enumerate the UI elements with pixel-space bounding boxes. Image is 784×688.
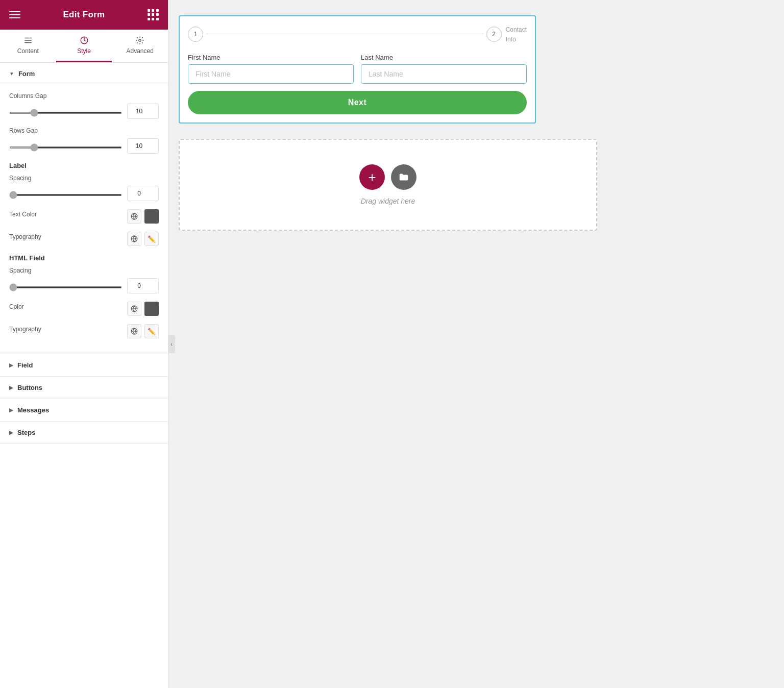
html-color-control: Color — [9, 302, 159, 316]
tab-advanced-label: Advanced — [126, 47, 153, 55]
label-typography-buttons: ✏️ — [127, 232, 159, 246]
text-color-control: Text Color — [9, 209, 159, 224]
html-color-swatch[interactable] — [144, 302, 159, 316]
columns-gap-slider-row: 10 — [9, 104, 159, 119]
first-name-input[interactable] — [188, 64, 354, 84]
html-typography-buttons: ✏️ — [127, 324, 159, 338]
last-name-field-group: Last Name — [361, 54, 527, 84]
form-section-body: Columns Gap 10 Rows Gap 10 — [0, 85, 168, 354]
folder-widget-button[interactable] — [391, 164, 416, 190]
last-name-input[interactable] — [361, 64, 527, 84]
html-spacing-label: Spacing — [9, 267, 159, 274]
tab-style-label: Style — [77, 47, 91, 55]
label-spacing-number[interactable]: 0 — [127, 186, 159, 201]
step-2-label: ContactInfo — [506, 26, 527, 43]
html-typography-edit[interactable]: ✏️ — [144, 324, 159, 338]
form-fields-row: First Name Last Name — [188, 54, 527, 84]
columns-gap-slider-wrap — [9, 107, 122, 116]
label-typography-control: Typography ✏️ — [9, 232, 159, 246]
messages-section-label: Messages — [17, 406, 49, 414]
drag-widget-buttons: + — [359, 164, 416, 190]
field-section-label: Field — [17, 361, 33, 369]
html-color-label: Color — [9, 303, 24, 310]
add-widget-button[interactable]: + — [359, 164, 385, 190]
html-spacing-slider-wrap — [9, 281, 122, 290]
first-name-label: First Name — [188, 54, 354, 61]
html-spacing-slider[interactable] — [9, 286, 122, 288]
html-color-pickers — [127, 302, 159, 316]
form-section-label: Form — [18, 70, 35, 78]
label-spacing-control: Spacing 0 — [9, 175, 159, 201]
main-canvas: 1 2 ContactInfo First Name Last Name Nex… — [168, 0, 784, 688]
html-typography-label: Typography — [9, 326, 41, 333]
step-line — [206, 34, 483, 34]
steps-section-label: Steps — [17, 429, 35, 436]
step-2-circle: 2 — [486, 27, 502, 42]
label-typography-globe[interactable] — [127, 232, 141, 246]
field-section-arrow: ▶ — [9, 362, 13, 368]
columns-gap-number[interactable]: 10 — [127, 104, 159, 119]
drag-widget-area: + Drag widget here — [179, 139, 597, 231]
sidebar-title: Edit Form — [63, 10, 105, 20]
buttons-section[interactable]: ▶ Buttons — [0, 377, 168, 399]
label-spacing-slider-row: 0 — [9, 186, 159, 201]
html-spacing-slider-row: 0 — [9, 278, 159, 293]
field-section[interactable]: ▶ Field — [0, 354, 168, 377]
columns-gap-slider[interactable] — [9, 112, 122, 114]
messages-section[interactable]: ▶ Messages — [0, 399, 168, 422]
first-name-field-group: First Name — [188, 54, 354, 84]
text-color-swatch[interactable] — [144, 209, 159, 224]
label-spacing-slider-wrap — [9, 189, 122, 198]
svg-point-1 — [139, 39, 141, 42]
rows-gap-control: Rows Gap 10 — [9, 127, 159, 154]
step-1-circle: 1 — [188, 27, 203, 42]
html-spacing-number[interactable]: 0 — [127, 278, 159, 293]
columns-gap-control: Columns Gap 10 — [9, 92, 159, 119]
html-field-subsection-title: HTML Field — [9, 254, 159, 262]
label-spacing-slider[interactable] — [9, 194, 122, 196]
buttons-section-arrow: ▶ — [9, 385, 13, 390]
steps-bar: 1 2 ContactInfo — [188, 24, 527, 43]
tab-style[interactable]: Style — [56, 30, 112, 62]
steps-section[interactable]: ▶ Steps — [0, 422, 168, 444]
label-typography-edit[interactable]: ✏️ — [144, 232, 159, 246]
form-section-header[interactable]: ▼ Form — [0, 63, 168, 85]
tab-content[interactable]: Content — [0, 30, 56, 62]
form-widget: 1 2 ContactInfo First Name Last Name Nex… — [179, 15, 536, 124]
next-button[interactable]: Next — [188, 91, 527, 114]
drag-widget-text: Drag widget here — [361, 197, 415, 205]
hamburger-menu-icon[interactable] — [9, 9, 20, 20]
messages-section-arrow: ▶ — [9, 407, 13, 413]
html-spacing-control: Spacing 0 — [9, 267, 159, 293]
label-spacing-label: Spacing — [9, 175, 159, 182]
rows-gap-label: Rows Gap — [9, 127, 159, 134]
label-subsection-title: Label — [9, 162, 159, 169]
text-color-pickers — [127, 209, 159, 224]
form-section-arrow: ▼ — [9, 71, 14, 77]
sidebar: Edit Form Content Style Advanced ▼ Form — [0, 0, 168, 688]
text-color-label: Text Color — [9, 211, 37, 218]
text-color-globe[interactable] — [127, 209, 141, 224]
sidebar-collapse-toggle[interactable]: ‹ — [168, 335, 175, 353]
tabs-bar: Content Style Advanced — [0, 30, 168, 63]
label-typography-label: Typography — [9, 233, 41, 240]
buttons-section-label: Buttons — [17, 384, 42, 391]
rows-gap-slider-row: 10 — [9, 138, 159, 154]
columns-gap-label: Columns Gap — [9, 92, 159, 100]
rows-gap-slider-wrap — [9, 141, 122, 151]
rows-gap-slider[interactable] — [9, 146, 122, 149]
html-typography-globe[interactable] — [127, 324, 141, 338]
html-typography-control: Typography ✏️ — [9, 324, 159, 338]
sidebar-content: ▼ Form Columns Gap 10 Rows Gap — [0, 63, 168, 688]
grid-menu-icon[interactable] — [148, 9, 159, 20]
tab-content-label: Content — [17, 47, 39, 55]
steps-section-arrow: ▶ — [9, 430, 13, 435]
html-color-globe[interactable] — [127, 302, 141, 316]
sidebar-header: Edit Form — [0, 0, 168, 30]
rows-gap-number[interactable]: 10 — [127, 138, 159, 154]
tab-advanced[interactable]: Advanced — [112, 30, 168, 62]
last-name-label: Last Name — [361, 54, 527, 61]
step-2-label-container: ContactInfo — [506, 24, 527, 43]
